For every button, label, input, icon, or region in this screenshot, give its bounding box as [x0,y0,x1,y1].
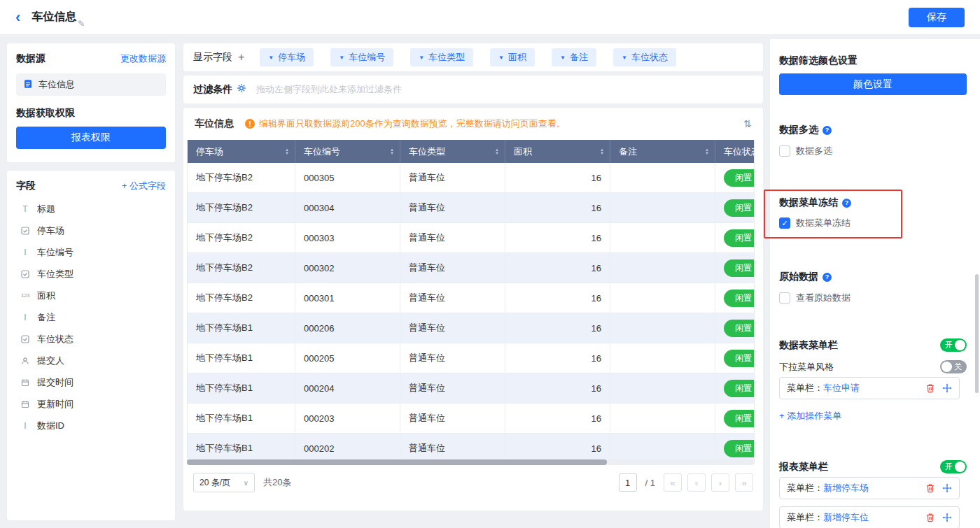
column-header[interactable]: 车位状态▲▼ [715,140,755,163]
sort-icon[interactable]: ▲▼ [495,148,499,155]
display-field-chip[interactable]: ▼车位状态 [613,48,676,66]
sort-icon[interactable]: ▲▼ [285,148,289,155]
change-datasource-link[interactable]: 更改数据源 [120,52,166,65]
prev-page-button[interactable]: ‹ [687,473,706,492]
display-field-chip[interactable]: ▼车位编号 [330,48,393,66]
help-icon[interactable]: ? [842,199,851,208]
select-field-icon [19,335,31,343]
table-menu-toggle[interactable]: 开 [940,338,967,352]
sort-icon[interactable]: ▲▼ [390,148,394,155]
status-badge: 闲置 [724,320,755,337]
column-header[interactable]: 停车场▲▼ [188,140,295,163]
add-display-field-button[interactable]: + [238,51,244,64]
field-item[interactable]: 提交人 [16,350,166,371]
gear-icon[interactable] [237,83,246,96]
field-item[interactable]: 更新时间 [16,393,166,415]
sort-icon[interactable]: ▲▼ [705,148,709,155]
help-icon[interactable]: ? [822,126,832,135]
field-item[interactable]: 提交时间 [16,371,166,393]
multi-select-checkbox[interactable]: 数据多选 [779,145,832,157]
filter-placeholder: 拖动左侧字段到此处来添加过滤条件 [256,83,402,96]
menu-item-value[interactable]: 新增停车场 [823,482,869,494]
column-header[interactable]: 备注▲▼ [610,140,715,163]
field-item[interactable]: I备注 [16,306,166,328]
menu-item-add-parking-lot[interactable]: 菜单栏： 新增停车场 [779,477,960,499]
move-icon[interactable] [942,513,952,522]
field-item[interactable]: 车位状态 [16,328,166,350]
menu-item-add-parking-space[interactable]: 菜单栏： 新增停车位 [779,506,960,528]
table-cell: 16 [505,283,610,313]
display-field-chip[interactable]: ▼停车场 [260,48,314,66]
delete-icon[interactable] [925,483,935,493]
pagination-bar: 20 条/页 ∨ 共20条 1 / 1 « ‹ › » [193,473,753,492]
table-sort-icon[interactable]: ⇅ [743,118,752,129]
edit-title-icon[interactable]: ✎ [78,19,85,29]
column-header[interactable]: 车位类型▲▼ [400,140,505,163]
delete-icon[interactable] [925,383,935,393]
column-header[interactable]: 面积▲▼ [505,140,610,163]
add-formula-field-link[interactable]: + 公式字段 [122,180,166,192]
table-cell: 16 [505,223,610,253]
table-cell: 000303 [295,223,400,253]
menu-item-value[interactable]: 新增停车位 [823,511,869,524]
table-row[interactable]: 地下停车场B2000303普通车位16闲置 [188,223,755,253]
status-badge: 闲置 [724,440,755,457]
field-item[interactable]: I数据ID [16,415,166,436]
last-page-button[interactable]: » [735,473,753,492]
multi-select-title: 数据多选 ? [779,124,832,136]
display-field-chip[interactable]: ▼备注 [552,48,596,66]
table-row[interactable]: 地下停车场B2000304普通车位16闲置 [188,193,755,223]
back-button[interactable]: ‹ [15,10,20,25]
total-count: 共20条 [263,476,291,489]
menu-freeze-checkbox[interactable]: ✓ 数据菜单冻结 [779,217,901,229]
dropdown-style-toggle[interactable]: 关 [940,360,967,373]
text-field-icon: I [19,313,31,322]
move-icon[interactable] [942,483,952,493]
table-row[interactable]: 地下停车场B1000203普通车位16闲置 [188,404,755,434]
table-row[interactable]: 地下停车场B1000204普通车位16闲置 [188,373,755,404]
first-page-button[interactable]: « [664,473,682,492]
next-page-button[interactable]: › [711,473,729,492]
table-row[interactable]: 地下停车场B2000302普通车位16闲置 [188,253,755,283]
report-menu-toggle[interactable]: 开 [940,460,967,473]
field-item[interactable]: 停车场 [16,220,166,241]
table-cell [610,223,715,253]
display-field-chip[interactable]: ▼面积 [490,48,535,66]
horizontal-scrollbar[interactable] [187,459,755,465]
display-field-chip[interactable]: ▼车位类型 [410,48,473,66]
chip-label: 车位类型 [428,51,465,64]
save-button[interactable]: 保存 [909,8,965,27]
fields-card: 字段 + 公式字段 T标题停车场I车位编号车位类型123面积I备注车位状态提交人… [7,171,175,520]
color-settings-title: 数据筛选颜色设置 [779,55,858,67]
scrollbar-thumb[interactable] [187,459,607,465]
field-item[interactable]: 123面积 [16,285,166,306]
table-row[interactable]: 地下停车场B2000305普通车位16闲置 [188,163,755,193]
table-row[interactable]: 地下停车场B2000301普通车位16闲置 [188,283,755,313]
page-size-select[interactable]: 20 条/页 ∨ [193,473,255,492]
column-label: 车位状态 [724,145,755,158]
table-header-row: 停车场▲▼车位编号▲▼车位类型▲▼面积▲▼备注▲▼车位状态▲▼ [188,140,755,163]
column-header[interactable]: 车位编号▲▼ [295,140,400,163]
delete-icon[interactable] [925,513,935,522]
menu-item-value[interactable]: 车位申请 [823,382,860,394]
report-permission-button[interactable]: 报表权限 [16,127,166,149]
datasource-item[interactable]: 车位信息 [16,73,166,96]
move-icon[interactable] [942,383,952,393]
sort-icon[interactable]: ▲▼ [600,148,604,155]
vertical-scrollbar[interactable] [975,274,979,393]
filter-bar[interactable]: 过滤条件 拖动左侧字段到此处来添加过滤条件 [183,76,763,104]
table-row[interactable]: 地下停车场B1000205普通车位16闲置 [188,343,755,373]
raw-data-checkbox[interactable]: 查看原始数据 [779,292,850,304]
field-label: 停车场 [37,224,64,237]
help-icon[interactable]: ? [822,273,832,282]
add-operation-menu-link[interactable]: + 添加操作菜单 [779,410,841,422]
field-item[interactable]: T标题 [16,198,166,220]
page-title: 车位信息 [31,10,76,24]
color-settings-button[interactable]: 颜色设置 [779,73,967,95]
menu-item-parking-apply[interactable]: 菜单栏： 车位申请 [779,377,960,399]
field-item[interactable]: 车位类型 [16,263,166,285]
table-row[interactable]: 地下停车场B1000206普通车位16闲置 [188,313,755,343]
current-page-box[interactable]: 1 [619,473,637,492]
table-cell: 闲置 [715,253,755,283]
field-item[interactable]: I车位编号 [16,241,166,263]
